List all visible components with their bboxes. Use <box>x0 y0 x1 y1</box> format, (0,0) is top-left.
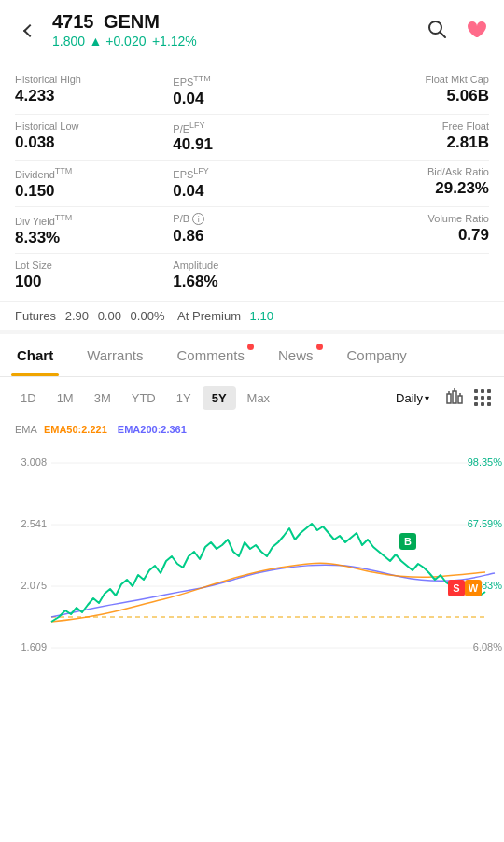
futures-bar: Futures 2.90 0.00 0.00% At Premium 1.10 <box>0 301 504 334</box>
svg-text:2.541: 2.541 <box>21 518 47 529</box>
stock-info: 4715 GENM 1.800 ▲ +0.020 +1.12% <box>52 11 426 49</box>
stats-cell-eps-lfy: EPSLFY 0.04 <box>173 166 330 201</box>
hist-high-label: Historical High <box>15 74 173 85</box>
stats-cell-pb: P/B i 0.86 <box>173 213 330 247</box>
stats-cell-div-yield: Div YieldTTM 8.33% <box>15 213 173 247</box>
svg-text:67.59%: 67.59% <box>468 518 503 529</box>
comments-notification-dot <box>247 344 254 350</box>
search-button[interactable] <box>426 18 448 44</box>
vol-ratio-value: 0.79 <box>331 226 489 245</box>
lot-size-value: 100 <box>15 273 173 291</box>
stock-code: 4715 <box>52 11 94 32</box>
svg-rect-14 <box>474 402 478 406</box>
float-mkt-label: Float Mkt Cap <box>331 74 489 85</box>
svg-rect-6 <box>458 396 462 403</box>
indicators-icon[interactable] <box>472 386 493 411</box>
heart-icon <box>463 16 489 42</box>
dividend-value: 0.150 <box>15 182 173 201</box>
stock-change-abs: +0.020 <box>105 34 146 49</box>
svg-rect-10 <box>487 389 491 393</box>
period-1m[interactable]: 1M <box>48 386 83 410</box>
daily-button[interactable]: Daily ▾ <box>388 386 437 410</box>
tabs-container: Chart Warrants Comments News Company <box>0 334 504 377</box>
back-button[interactable] <box>15 16 45 46</box>
header-actions <box>426 16 489 46</box>
futures-value1: 2.90 <box>65 309 89 323</box>
period-1d[interactable]: 1D <box>11 386 46 410</box>
svg-text:2.075: 2.075 <box>21 580 47 591</box>
eps-lfy-value: 0.04 <box>173 182 330 201</box>
stats-cell-pe-lfy: P/ELFY 40.91 <box>173 120 330 155</box>
free-float-label: Free Float <box>331 120 489 132</box>
chart-canvas[interactable]: 3.008 2.541 2.075 1.609 98.35% 67.59% 36… <box>0 435 504 696</box>
ema200-label: EMA200:2.361 <box>118 424 187 435</box>
period-row: 1D 1M 3M YTD 1Y 5Y Max Daily ▾ <box>0 377 504 420</box>
svg-text:1.609: 1.609 <box>21 641 47 653</box>
ema-row: EMA EMA50:2.221 EMA200:2.361 <box>0 420 504 435</box>
period-right-controls: Daily ▾ <box>388 386 493 411</box>
hist-low-value: 0.038 <box>15 133 173 152</box>
svg-text:98.35%: 98.35% <box>468 456 503 468</box>
svg-rect-9 <box>481 389 484 393</box>
stats-cell-eps-ttm: EPSTTM 0.04 <box>173 74 330 108</box>
tab-warrants[interactable]: Warrants <box>70 334 160 376</box>
float-mkt-value: 5.06B <box>331 87 489 105</box>
header: 4715 GENM 1.800 ▲ +0.020 +1.12% <box>0 0 504 61</box>
stock-name: GENM <box>104 11 160 32</box>
search-icon <box>426 18 448 40</box>
stock-chart-svg: 3.008 2.541 2.075 1.609 98.35% 67.59% 36… <box>0 435 504 696</box>
stock-change-pct: +1.12% <box>152 34 197 49</box>
tab-company-label: Company <box>347 347 407 363</box>
tab-comments[interactable]: Comments <box>160 334 261 376</box>
futures-value3: 0.00% <box>131 309 165 323</box>
bid-ask-value: 29.23% <box>331 179 489 198</box>
period-max[interactable]: Max <box>238 386 280 410</box>
div-yield-value: 8.33% <box>15 229 173 247</box>
daily-label: Daily <box>396 391 423 405</box>
stats-cell-free-float: Free Float 2.81B <box>331 120 489 155</box>
eps-ttm-value: 0.04 <box>173 90 330 108</box>
ema-label: EMA <box>15 424 37 435</box>
stats-cell-lot-size: Lot Size 100 <box>15 260 173 291</box>
period-ytd[interactable]: YTD <box>122 386 165 410</box>
up-arrow-icon: ▲ <box>90 34 106 49</box>
svg-rect-15 <box>481 402 484 406</box>
tab-news[interactable]: News <box>261 334 330 376</box>
free-float-value: 2.81B <box>331 133 489 152</box>
svg-rect-11 <box>474 396 478 400</box>
hist-low-label: Historical Low <box>15 120 173 132</box>
svg-rect-17 <box>0 435 504 696</box>
stock-price: 1.800 <box>52 34 85 49</box>
div-yield-label: Div YieldTTM <box>15 213 173 227</box>
favorite-button[interactable] <box>463 16 489 46</box>
stats-cell-float-mkt: Float Mkt Cap 5.06B <box>331 74 489 108</box>
chevron-down-icon: ▾ <box>425 393 429 403</box>
futures-value2: 0.00 <box>98 309 121 323</box>
chart-type-icon[interactable] <box>444 386 465 411</box>
chart-section: 1D 1M 3M YTD 1Y 5Y Max Daily ▾ <box>0 377 504 696</box>
stats-cell-amplitude: Amplitude 1.68% <box>173 260 330 291</box>
svg-line-1 <box>441 32 446 37</box>
eps-ttm-label: EPSTTM <box>173 74 330 88</box>
ema50-label: EMA50:2.221 <box>44 424 107 435</box>
hist-high-value: 4.233 <box>15 87 173 105</box>
tab-chart[interactable]: Chart <box>0 334 70 376</box>
tab-news-label: News <box>278 347 314 363</box>
svg-rect-2 <box>447 394 451 403</box>
amplitude-label: Amplitude <box>173 260 330 271</box>
dividend-label: DividendTTM <box>15 166 173 180</box>
period-5y[interactable]: 5Y <box>203 386 236 410</box>
period-1y[interactable]: 1Y <box>167 386 201 410</box>
stock-title: 4715 GENM <box>52 11 426 33</box>
svg-rect-16 <box>487 402 491 406</box>
stats-row-1: Historical High 4.233 EPSTTM 0.04 Float … <box>15 68 489 115</box>
tab-company[interactable]: Company <box>330 334 424 376</box>
stats-section: Historical High 4.233 EPSTTM 0.04 Float … <box>0 61 504 301</box>
tab-comments-label: Comments <box>176 347 245 363</box>
amplitude-value: 1.68% <box>173 273 330 291</box>
lot-size-label: Lot Size <box>15 260 173 271</box>
futures-highlight: 1.10 <box>250 309 273 323</box>
stock-change-row: 1.800 ▲ +0.020 +1.12% <box>52 33 426 49</box>
futures-label: Futures <box>15 309 56 323</box>
period-3m[interactable]: 3M <box>85 386 120 410</box>
